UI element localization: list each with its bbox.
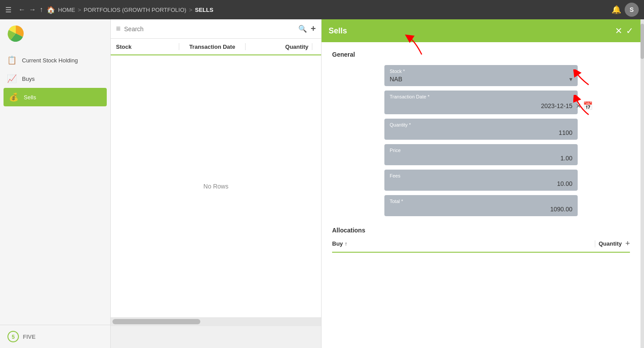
- detail-body: General Stock * NAB ▾: [322, 42, 640, 348]
- transaction-date-label: Transaction Date *: [390, 94, 572, 99]
- sidebar-navigation: 📋 Current Stock Holding 📈 Buys 💰 Sells: [0, 47, 110, 325]
- svg-text:5: 5: [12, 334, 15, 340]
- menu-icon[interactable]: ☰: [5, 6, 11, 14]
- app-logo: [0, 19, 110, 47]
- column-quantity: Quantity: [249, 44, 308, 50]
- total-value: 1090.00: [390, 206, 572, 213]
- detail-panel: Sells ✕ ✓ General Stock * NAB ▾: [322, 19, 644, 348]
- notifications-bell-icon[interactable]: 🔔: [611, 5, 621, 14]
- alloc-add-button[interactable]: +: [625, 239, 630, 248]
- column-stock: Stock: [116, 44, 175, 50]
- fees-field[interactable]: Fees 10.00: [384, 170, 578, 191]
- confirm-button[interactable]: ✓: [626, 25, 633, 36]
- alloc-buy-label: Buy: [332, 240, 343, 247]
- search-bar: ≡ 🔍 +: [111, 19, 321, 39]
- home-icon: 🏠: [47, 6, 55, 14]
- alloc-sort-icon[interactable]: ↑: [345, 241, 347, 247]
- stock-arrow-annotation: [573, 69, 591, 88]
- sells-icon: 💰: [9, 92, 18, 102]
- add-button[interactable]: +: [311, 24, 316, 34]
- fees-label: Fees: [390, 173, 572, 178]
- section-general-label: General: [332, 51, 630, 58]
- clear-date-icon[interactable]: ✕: [576, 102, 581, 109]
- transaction-date-field: Transaction Date * 2023-12-15 ✕ 📅: [384, 91, 578, 114]
- current-breadcrumb: SELLS: [195, 7, 213, 13]
- horizontal-scrollbar[interactable]: [111, 317, 321, 326]
- column-transaction-date: Transaction Date: [183, 44, 242, 50]
- top-navigation: ☰ ← → ↑ 🏠 HOME > PORTFOLIOS (GROWTH PORT…: [0, 0, 644, 19]
- sidebar-item-sells[interactable]: 💰 Sells: [4, 88, 107, 106]
- sidebar-item-current-stock[interactable]: 📋 Current Stock Holding: [0, 51, 110, 69]
- bottom-padding: [111, 326, 321, 348]
- sidebar-footer: 5 FIVE: [0, 325, 110, 348]
- stock-dropdown-icon[interactable]: ▾: [569, 76, 572, 83]
- sidebar-item-label-current-stock: Current Stock Holding: [22, 57, 78, 64]
- back-icon[interactable]: ←: [18, 6, 25, 14]
- price-label: Price: [390, 148, 572, 153]
- allocations-header: Buy ↑ Quantity +: [332, 239, 630, 253]
- col-divider-2: [245, 43, 246, 50]
- col-divider-1: [179, 43, 179, 50]
- up-icon[interactable]: ↑: [40, 6, 43, 14]
- sidebar: 📋 Current Stock Holding 📈 Buys 💰 Sells 5…: [0, 19, 111, 348]
- price-field[interactable]: Price 1.00: [384, 144, 578, 165]
- price-value: 1.00: [390, 155, 572, 162]
- buys-icon: 📈: [7, 74, 17, 83]
- transaction-date-value: 2023-12-15: [390, 102, 572, 109]
- filter-icon[interactable]: ≡: [116, 24, 121, 33]
- search-icon[interactable]: 🔍: [298, 25, 307, 33]
- user-avatar[interactable]: S: [625, 3, 639, 17]
- allocations-section: Allocations Buy ↑ Quantity +: [332, 227, 630, 253]
- breadcrumb: 🏠 HOME > PORTFOLIOS (GROWTH PORTFOLIO) >…: [47, 6, 213, 14]
- col-divider-3: [312, 43, 312, 50]
- total-field[interactable]: Total * 1090.00: [384, 195, 578, 216]
- sidebar-item-buys[interactable]: 📈 Buys: [0, 69, 110, 88]
- stock-field: Stock * NAB ▾: [384, 65, 578, 86]
- quantity-value: 1100: [390, 129, 572, 136]
- stock-value: NAB: [390, 76, 569, 83]
- empty-message: No Rows: [203, 183, 228, 190]
- current-stock-icon: 📋: [7, 55, 17, 65]
- five-label: FIVE: [23, 334, 36, 340]
- alloc-buy-column: Buy ↑: [332, 240, 591, 247]
- horizontal-scrollbar-thumb[interactable]: [112, 319, 200, 324]
- alloc-qty-column: Quantity: [599, 240, 622, 247]
- sidebar-item-label-sells: Sells: [24, 94, 36, 101]
- home-label[interactable]: HOME: [58, 7, 75, 13]
- pie-logo-icon: [7, 25, 25, 42]
- vertical-scrollbar-thumb[interactable]: [640, 24, 644, 59]
- breadcrumb-sep-1: >: [78, 7, 81, 13]
- total-label: Total *: [390, 199, 572, 204]
- quantity-field[interactable]: Quantity * 1100: [384, 119, 578, 140]
- detail-title: Sells: [329, 26, 615, 36]
- form-fields: Stock * NAB ▾: [384, 65, 578, 216]
- breadcrumb-sep-2: >: [189, 7, 192, 13]
- quantity-label: Quantity *: [390, 122, 572, 127]
- alloc-divider: [595, 240, 595, 247]
- vertical-scrollbar[interactable]: [640, 19, 644, 348]
- list-panel: ≡ 🔍 + Stock Transaction Date Quantity: [111, 19, 322, 348]
- search-input[interactable]: [124, 25, 295, 33]
- five-logo-icon: 5: [7, 330, 19, 343]
- allocations-label: Allocations: [332, 227, 630, 234]
- detail-header: Sells ✕ ✓: [322, 19, 640, 42]
- portfolio-breadcrumb[interactable]: PORTFOLIOS (GROWTH PORTFOLIO): [84, 7, 187, 13]
- close-button[interactable]: ✕: [615, 25, 622, 36]
- table-header: Stock Transaction Date Quantity: [111, 39, 321, 55]
- stock-label: Stock *: [390, 69, 572, 74]
- sidebar-item-label-buys: Buys: [22, 76, 35, 82]
- forward-icon[interactable]: →: [29, 6, 36, 14]
- fees-value: 10.00: [390, 180, 572, 187]
- table-body: No Rows: [111, 55, 321, 317]
- calendar-icon[interactable]: 📅: [583, 101, 593, 111]
